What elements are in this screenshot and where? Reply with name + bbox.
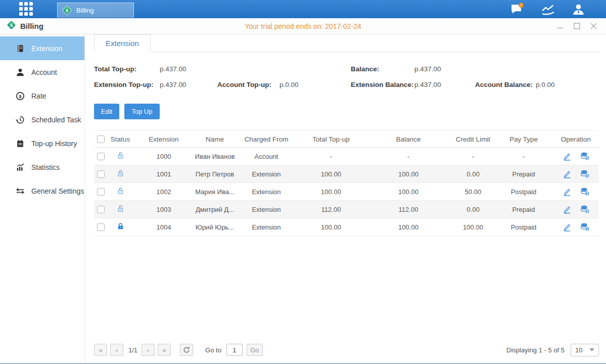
sidebar-item-rate[interactable]: $Rate	[0, 84, 84, 108]
topup-row-icon[interactable]: $	[580, 187, 590, 196]
goto-label: Go to	[205, 346, 221, 354]
row-checkbox[interactable]	[97, 206, 105, 213]
extension-balance-label: Extension Balance:	[351, 81, 414, 88]
topup-row-icon[interactable]: $	[580, 222, 590, 232]
cell-name: Юрий Юрь...	[194, 223, 236, 231]
cell-credit-limit: 0.00	[452, 170, 494, 178]
edit-row-icon[interactable]	[563, 169, 572, 178]
svg-text:$: $	[586, 192, 588, 196]
next-page-icon[interactable]: ›	[142, 344, 155, 356]
cell-balance: 112.00	[365, 206, 452, 213]
first-page-icon[interactable]: «	[94, 344, 107, 356]
topup-row-icon[interactable]: $	[580, 169, 590, 178]
extension-topup-label: Extension Top-up:	[94, 81, 160, 88]
edit-row-icon[interactable]	[563, 222, 572, 232]
cell-balance: 100.00	[365, 170, 452, 178]
messages-icon[interactable]: !	[510, 3, 524, 16]
svg-text:$: $	[586, 174, 588, 178]
minimize-icon[interactable]	[557, 23, 564, 29]
window-title: Billing	[20, 22, 43, 30]
unlocked-icon[interactable]	[116, 187, 125, 195]
cell-name: Мария Ива...	[194, 188, 236, 196]
cell-name: Петр Петров	[194, 170, 236, 178]
cell-extension: 1004	[133, 223, 194, 231]
sidebar-item-scheduled-task[interactable]: Scheduled Task	[0, 108, 84, 131]
notification-badge: !	[521, 3, 522, 8]
svg-text:$: $	[586, 156, 588, 160]
prev-page-icon[interactable]: ‹	[110, 344, 123, 356]
cell-name: Иван Иванов	[194, 153, 236, 160]
account-balance-value: p.0.00	[536, 81, 555, 88]
balance-value: p.437.00	[414, 65, 441, 73]
maximize-icon[interactable]	[574, 23, 580, 29]
edit-button[interactable]: Edit	[94, 104, 119, 119]
top-up-button[interactable]: Top Up	[124, 104, 159, 119]
sidebar-item-top-up-history[interactable]: Top-up History	[0, 131, 84, 155]
total-topup-value: p.437.00	[160, 65, 351, 73]
edit-row-icon[interactable]	[563, 152, 572, 161]
topup-row-icon[interactable]: $	[580, 205, 590, 214]
notepad-icon	[15, 139, 25, 148]
column-header-extension: Extension	[133, 135, 194, 143]
cell-credit-limit: 100.00	[452, 223, 494, 231]
main-panel: Extension Total Top-up: p.437.00 Balance…	[85, 34, 606, 363]
extensions-table: StatusExtensionNameCharged FromTotal Top…	[94, 130, 599, 236]
unlocked-icon[interactable]	[116, 169, 125, 177]
billing-app-window: $ Billing !	[0, 0, 606, 364]
unlocked-icon[interactable]	[116, 151, 125, 160]
balance-label: Balance:	[351, 65, 414, 73]
cell-charged-from: Extension	[236, 170, 297, 178]
trial-notice: Your trial period ends on: 2017-02-24	[0, 22, 606, 30]
sidebar-item-statistics[interactable]: Statistics	[0, 155, 84, 179]
table-body: 1000Иван ИвановAccount----$1001Петр Петр…	[94, 148, 599, 236]
select-all-checkbox[interactable]	[97, 135, 105, 143]
unlocked-icon[interactable]	[116, 204, 125, 213]
user-account-icon[interactable]	[572, 4, 585, 15]
cell-charged-from: Account	[236, 153, 297, 160]
go-button[interactable]: Go	[247, 344, 263, 356]
tab-extension[interactable]: Extension	[94, 34, 151, 52]
topup-row-icon[interactable]: $	[580, 152, 590, 161]
column-header-credit-limit: Credit Limit	[452, 135, 494, 143]
cell-credit-limit: -	[452, 153, 494, 160]
row-checkbox[interactable]	[97, 188, 105, 196]
cell-pay-type: -	[494, 153, 553, 160]
goto-page-input[interactable]	[226, 344, 243, 356]
cell-credit-limit: 50.00	[452, 188, 494, 196]
column-header-operation: Operation	[553, 135, 599, 143]
edit-row-icon[interactable]	[563, 187, 572, 196]
column-header-balance: Balance	[365, 135, 452, 143]
column-header-pay-type: Pay Type	[494, 135, 553, 143]
extension-topup-value: p.437.00	[160, 81, 217, 88]
account-balance-label: Account Balance:	[475, 81, 536, 88]
column-header-name: Name	[194, 135, 236, 143]
cell-charged-from: Extension	[236, 223, 297, 231]
last-page-icon[interactable]: »	[158, 344, 171, 356]
row-checkbox[interactable]	[97, 223, 105, 231]
account-topup-label: Account Top-up:	[217, 81, 279, 88]
page-size-select[interactable]: 10	[571, 344, 599, 356]
close-icon[interactable]	[590, 23, 597, 29]
locked-icon[interactable]	[116, 222, 125, 231]
cell-pay-type: Postpaid	[494, 188, 553, 196]
cell-extension: 1002	[133, 188, 194, 196]
row-checkbox[interactable]	[97, 153, 105, 160]
cell-total-top-up: -	[297, 153, 365, 160]
sidebar-item-general-settings[interactable]: General Settings	[0, 179, 84, 203]
chevron-down-icon	[589, 348, 594, 351]
cell-extension: 1000	[133, 153, 194, 160]
apps-grid-icon[interactable]	[19, 2, 34, 16]
taskbar-tab-billing[interactable]: $ Billing	[57, 3, 134, 18]
sidebar-item-account[interactable]: Account	[0, 60, 84, 84]
row-checkbox[interactable]	[97, 170, 105, 178]
cell-extension: 1001	[133, 170, 194, 178]
edit-row-icon[interactable]	[563, 205, 572, 214]
reports-chart-icon[interactable]	[541, 4, 555, 15]
cell-pay-type: Prepaid	[494, 206, 553, 213]
sliders-icon	[15, 187, 25, 196]
sidebar-item-extension[interactable]: Extension	[0, 36, 84, 60]
sidebar: ExtensionAccount$RateScheduled TaskTop-u…	[0, 34, 85, 363]
billing-diamond-icon: $	[62, 5, 72, 16]
dollar-circle-icon: $	[15, 92, 25, 101]
refresh-icon[interactable]	[180, 344, 193, 356]
